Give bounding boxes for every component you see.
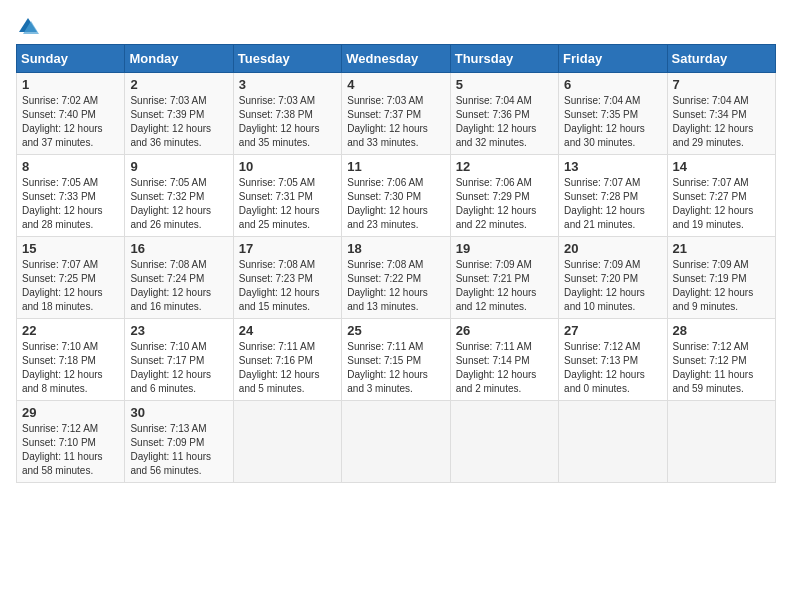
calendar-week-row: 8 Sunrise: 7:05 AMSunset: 7:33 PMDayligh…	[17, 155, 776, 237]
calendar-header-wednesday: Wednesday	[342, 45, 450, 73]
day-info: Sunrise: 7:04 AMSunset: 7:35 PMDaylight:…	[564, 94, 661, 150]
day-info: Sunrise: 7:05 AMSunset: 7:31 PMDaylight:…	[239, 176, 336, 232]
calendar-day-cell: 19 Sunrise: 7:09 AMSunset: 7:21 PMDaylig…	[450, 237, 558, 319]
day-info: Sunrise: 7:06 AMSunset: 7:29 PMDaylight:…	[456, 176, 553, 232]
day-info: Sunrise: 7:03 AMSunset: 7:39 PMDaylight:…	[130, 94, 227, 150]
day-number: 27	[564, 323, 661, 338]
day-info: Sunrise: 7:02 AMSunset: 7:40 PMDaylight:…	[22, 94, 119, 150]
calendar-header-thursday: Thursday	[450, 45, 558, 73]
day-info: Sunrise: 7:05 AMSunset: 7:33 PMDaylight:…	[22, 176, 119, 232]
calendar-day-cell: 22 Sunrise: 7:10 AMSunset: 7:18 PMDaylig…	[17, 319, 125, 401]
day-number: 15	[22, 241, 119, 256]
calendar-day-cell: 6 Sunrise: 7:04 AMSunset: 7:35 PMDayligh…	[559, 73, 667, 155]
calendar-day-cell: 8 Sunrise: 7:05 AMSunset: 7:33 PMDayligh…	[17, 155, 125, 237]
page-header	[16, 16, 776, 34]
day-number: 3	[239, 77, 336, 92]
day-number: 17	[239, 241, 336, 256]
calendar-header-friday: Friday	[559, 45, 667, 73]
calendar-week-row: 29 Sunrise: 7:12 AMSunset: 7:10 PMDaylig…	[17, 401, 776, 483]
day-info: Sunrise: 7:09 AMSunset: 7:20 PMDaylight:…	[564, 258, 661, 314]
calendar-day-cell: 25 Sunrise: 7:11 AMSunset: 7:15 PMDaylig…	[342, 319, 450, 401]
day-number: 1	[22, 77, 119, 92]
day-info: Sunrise: 7:12 AMSunset: 7:10 PMDaylight:…	[22, 422, 119, 478]
calendar-table: SundayMondayTuesdayWednesdayThursdayFrid…	[16, 44, 776, 483]
calendar-day-cell	[450, 401, 558, 483]
calendar-day-cell: 7 Sunrise: 7:04 AMSunset: 7:34 PMDayligh…	[667, 73, 775, 155]
calendar-day-cell: 4 Sunrise: 7:03 AMSunset: 7:37 PMDayligh…	[342, 73, 450, 155]
day-number: 6	[564, 77, 661, 92]
calendar-header-sunday: Sunday	[17, 45, 125, 73]
day-info: Sunrise: 7:07 AMSunset: 7:28 PMDaylight:…	[564, 176, 661, 232]
day-info: Sunrise: 7:07 AMSunset: 7:27 PMDaylight:…	[673, 176, 770, 232]
day-info: Sunrise: 7:11 AMSunset: 7:16 PMDaylight:…	[239, 340, 336, 396]
day-number: 16	[130, 241, 227, 256]
day-info: Sunrise: 7:03 AMSunset: 7:38 PMDaylight:…	[239, 94, 336, 150]
calendar-day-cell: 3 Sunrise: 7:03 AMSunset: 7:38 PMDayligh…	[233, 73, 341, 155]
calendar-day-cell: 26 Sunrise: 7:11 AMSunset: 7:14 PMDaylig…	[450, 319, 558, 401]
day-info: Sunrise: 7:12 AMSunset: 7:13 PMDaylight:…	[564, 340, 661, 396]
calendar-day-cell: 24 Sunrise: 7:11 AMSunset: 7:16 PMDaylig…	[233, 319, 341, 401]
calendar-day-cell: 10 Sunrise: 7:05 AMSunset: 7:31 PMDaylig…	[233, 155, 341, 237]
day-number: 8	[22, 159, 119, 174]
day-number: 5	[456, 77, 553, 92]
calendar-header-row: SundayMondayTuesdayWednesdayThursdayFrid…	[17, 45, 776, 73]
calendar-day-cell: 28 Sunrise: 7:12 AMSunset: 7:12 PMDaylig…	[667, 319, 775, 401]
calendar-week-row: 15 Sunrise: 7:07 AMSunset: 7:25 PMDaylig…	[17, 237, 776, 319]
day-number: 22	[22, 323, 119, 338]
day-number: 19	[456, 241, 553, 256]
calendar-day-cell: 5 Sunrise: 7:04 AMSunset: 7:36 PMDayligh…	[450, 73, 558, 155]
calendar-day-cell: 13 Sunrise: 7:07 AMSunset: 7:28 PMDaylig…	[559, 155, 667, 237]
day-info: Sunrise: 7:08 AMSunset: 7:23 PMDaylight:…	[239, 258, 336, 314]
day-number: 7	[673, 77, 770, 92]
day-info: Sunrise: 7:03 AMSunset: 7:37 PMDaylight:…	[347, 94, 444, 150]
day-number: 18	[347, 241, 444, 256]
day-number: 25	[347, 323, 444, 338]
calendar-day-cell: 18 Sunrise: 7:08 AMSunset: 7:22 PMDaylig…	[342, 237, 450, 319]
calendar-day-cell: 1 Sunrise: 7:02 AMSunset: 7:40 PMDayligh…	[17, 73, 125, 155]
day-number: 14	[673, 159, 770, 174]
calendar-header-monday: Monday	[125, 45, 233, 73]
day-number: 28	[673, 323, 770, 338]
day-number: 13	[564, 159, 661, 174]
calendar-week-row: 22 Sunrise: 7:10 AMSunset: 7:18 PMDaylig…	[17, 319, 776, 401]
day-number: 2	[130, 77, 227, 92]
day-info: Sunrise: 7:11 AMSunset: 7:14 PMDaylight:…	[456, 340, 553, 396]
calendar-day-cell: 11 Sunrise: 7:06 AMSunset: 7:30 PMDaylig…	[342, 155, 450, 237]
day-info: Sunrise: 7:11 AMSunset: 7:15 PMDaylight:…	[347, 340, 444, 396]
day-info: Sunrise: 7:10 AMSunset: 7:17 PMDaylight:…	[130, 340, 227, 396]
day-number: 30	[130, 405, 227, 420]
calendar-day-cell: 9 Sunrise: 7:05 AMSunset: 7:32 PMDayligh…	[125, 155, 233, 237]
day-info: Sunrise: 7:08 AMSunset: 7:22 PMDaylight:…	[347, 258, 444, 314]
calendar-week-row: 1 Sunrise: 7:02 AMSunset: 7:40 PMDayligh…	[17, 73, 776, 155]
calendar-day-cell: 23 Sunrise: 7:10 AMSunset: 7:17 PMDaylig…	[125, 319, 233, 401]
calendar-day-cell: 21 Sunrise: 7:09 AMSunset: 7:19 PMDaylig…	[667, 237, 775, 319]
calendar-day-cell	[667, 401, 775, 483]
day-info: Sunrise: 7:10 AMSunset: 7:18 PMDaylight:…	[22, 340, 119, 396]
day-number: 10	[239, 159, 336, 174]
logo-icon	[17, 16, 39, 34]
day-number: 24	[239, 323, 336, 338]
day-number: 20	[564, 241, 661, 256]
day-info: Sunrise: 7:09 AMSunset: 7:21 PMDaylight:…	[456, 258, 553, 314]
calendar-day-cell: 29 Sunrise: 7:12 AMSunset: 7:10 PMDaylig…	[17, 401, 125, 483]
day-info: Sunrise: 7:13 AMSunset: 7:09 PMDaylight:…	[130, 422, 227, 478]
calendar-day-cell: 17 Sunrise: 7:08 AMSunset: 7:23 PMDaylig…	[233, 237, 341, 319]
day-info: Sunrise: 7:09 AMSunset: 7:19 PMDaylight:…	[673, 258, 770, 314]
day-number: 4	[347, 77, 444, 92]
day-number: 11	[347, 159, 444, 174]
day-number: 9	[130, 159, 227, 174]
day-info: Sunrise: 7:12 AMSunset: 7:12 PMDaylight:…	[673, 340, 770, 396]
calendar-day-cell	[342, 401, 450, 483]
calendar-day-cell: 2 Sunrise: 7:03 AMSunset: 7:39 PMDayligh…	[125, 73, 233, 155]
calendar-day-cell: 27 Sunrise: 7:12 AMSunset: 7:13 PMDaylig…	[559, 319, 667, 401]
day-number: 29	[22, 405, 119, 420]
day-number: 12	[456, 159, 553, 174]
calendar-header-saturday: Saturday	[667, 45, 775, 73]
day-number: 21	[673, 241, 770, 256]
calendar-day-cell: 12 Sunrise: 7:06 AMSunset: 7:29 PMDaylig…	[450, 155, 558, 237]
logo	[16, 16, 40, 34]
calendar-day-cell	[559, 401, 667, 483]
day-info: Sunrise: 7:04 AMSunset: 7:34 PMDaylight:…	[673, 94, 770, 150]
day-number: 26	[456, 323, 553, 338]
day-info: Sunrise: 7:08 AMSunset: 7:24 PMDaylight:…	[130, 258, 227, 314]
